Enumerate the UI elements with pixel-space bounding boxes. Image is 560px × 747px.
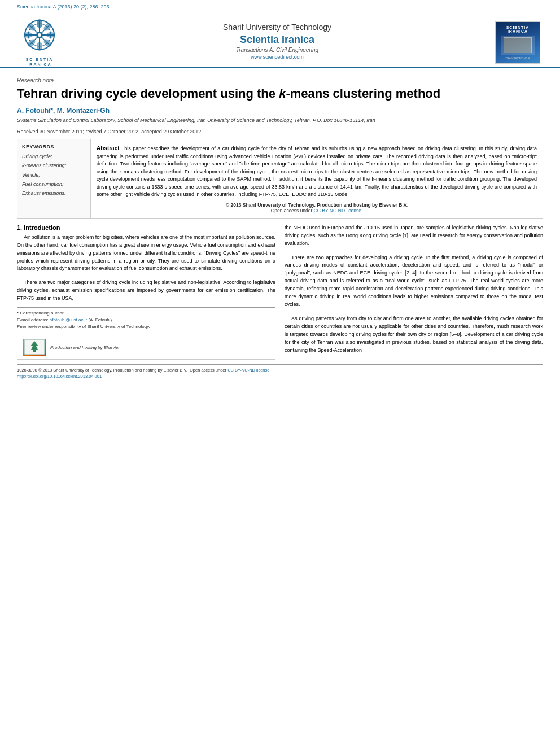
svg-point-14 — [24, 32, 33, 38]
bottom-cc-link[interactable]: CC BY-NC-ND license. — [228, 368, 270, 373]
section1-para2: There are two major categories of drivin… — [17, 279, 275, 303]
cover-text-line2: IRANICA — [501, 29, 535, 33]
article-type: Research note — [17, 77, 543, 84]
svg-point-7 — [38, 33, 41, 37]
bottom-bar-doi: http://dx.doi.org/10.1016/j.scient.2013.… — [17, 373, 543, 379]
journal-cover-image: SCIENTIA IRANICA TRANSACTIONS A — [492, 18, 543, 67]
elsevier-caption: Production and hosting by Elsevier — [50, 345, 120, 350]
elsevier-box: Production and hosting by Elsevier — [17, 335, 275, 360]
abstract-keywords-section: KEYWORDS Driving cycle; k-means clusteri… — [17, 139, 543, 219]
main-content: Research note Tehran driving cycle devel… — [0, 68, 560, 360]
abstract-title: Abstract — [97, 145, 120, 151]
bottom-bar-issn: 1026-3098 © 2013 Sharif University of Te… — [17, 367, 543, 373]
article-title-part2: -means clustering method — [286, 86, 440, 101]
logo-text-line1: SCIENTIA — [26, 58, 54, 62]
open-access-line: Open access under CC BY-NC-ND license. — [97, 208, 537, 213]
journal-logo: SCIENTIA IRANICA — [17, 18, 62, 67]
footnote-email-label: E-mail address: — [17, 317, 49, 322]
keyword-5: Exhaust emissions. — [22, 189, 86, 198]
keyword-2: k-means clustering; — [22, 161, 86, 170]
header-center: Sharif University of Technology Scientia… — [68, 18, 487, 67]
scientia-iranica-logo-svg — [20, 18, 59, 56]
keyword-1: Driving cycle; — [22, 152, 86, 161]
journal-name: Scientia Iranica — [68, 34, 487, 46]
university-name: Sharif University of Technology — [68, 23, 487, 32]
received-line: Received 30 November 2011; revised 7 Oct… — [17, 126, 543, 134]
logo-text-line2: IRANICA — [27, 63, 51, 67]
keywords-panel: KEYWORDS Driving cycle; k-means clusteri… — [18, 139, 91, 218]
footnote-email-name: (A. Fotouhi). — [88, 317, 113, 322]
abstract-panel: Abstract This paper describes the develo… — [91, 139, 542, 218]
section1-right-para1: the NEDC used in Europe and the J10-15 u… — [285, 224, 543, 248]
two-column-body: 1. Introduction Air pollution is a major… — [17, 224, 543, 360]
bottom-bar: 1026-3098 © 2013 Sharif University of Te… — [17, 364, 543, 381]
cover-text-bottom: TRANSACTIONS A — [501, 56, 535, 60]
keywords-title: KEYWORDS — [22, 144, 86, 150]
article-title: Tehran driving cycle development using t… — [17, 86, 543, 102]
journal-citation: Scientia Iranica A (2013) 20 (2), 286–29… — [17, 4, 110, 10]
right-column: the NEDC used in Europe and the J10-15 u… — [285, 224, 543, 360]
keywords-list: Driving cycle; k-means clustering; Vehic… — [22, 152, 86, 198]
journal-bar: Scientia Iranica A (2013) 20 (2), 286–29… — [0, 0, 560, 12]
authors: A. Fotouhi*, M. Montazeri-Gh — [17, 107, 543, 115]
cover-thumbnail: SCIENTIA IRANICA TRANSACTIONS A — [495, 21, 540, 64]
svg-point-12 — [37, 42, 42, 51]
footnote-email-address[interactable]: afotouhi@iust.ac.ir — [50, 317, 87, 322]
svg-point-10 — [46, 32, 55, 38]
affiliation: Systems Simulation and Control Laborator… — [17, 117, 543, 124]
article-title-italic: k — [279, 86, 286, 101]
header-area: SCIENTIA IRANICA Sharif University of Te… — [0, 12, 560, 68]
article-title-part1: Tehran driving cycle development using t… — [17, 86, 279, 101]
footnote-email: E-mail address: afotouhi@iust.ac.ir (A. … — [17, 317, 275, 324]
footnote-peer-review: Peer review under responsibility of Shar… — [17, 324, 275, 330]
journal-url: www.sciencedirect.com — [68, 54, 487, 60]
footnote-area: * Corresponding author. E-mail address: … — [17, 307, 275, 330]
section1-heading: 1. Introduction — [17, 224, 275, 231]
cover-text-line1: SCIENTIA — [501, 25, 535, 29]
transactions-text: Transactions A: Civil Engineering — [68, 47, 487, 53]
left-column: 1. Introduction Air pollution is a major… — [17, 224, 275, 360]
keyword-3: Vehicle; — [22, 171, 86, 180]
keyword-4: Fuel consumption; — [22, 180, 86, 189]
abstract-body: This paper describes the development of … — [97, 146, 537, 197]
svg-point-8 — [37, 19, 42, 28]
copyright-line: © 2013 Sharif University of Technology. … — [97, 202, 537, 208]
abstract-text: Abstract This paper describes the develo… — [97, 144, 537, 199]
elsevier-logo-svg — [24, 339, 45, 355]
elsevier-logo — [23, 339, 46, 356]
svg-rect-18 — [33, 350, 36, 352]
copyright-text: © 2013 Sharif University of Technology. … — [226, 202, 408, 208]
section1-right-para3: As driving patterns vary from city to ci… — [285, 315, 543, 355]
doi-link[interactable]: http://dx.doi.org/10.1016/j.scient.2013.… — [17, 374, 102, 379]
section1-para1: Air pollution is a major problem for big… — [17, 234, 275, 273]
cc-license-link[interactable]: CC BY-NC-ND license. — [314, 208, 363, 213]
section1-right-para2: There are two approaches for developing … — [285, 254, 543, 309]
page: Scientia Iranica A (2013) 20 (2), 286–29… — [0, 0, 560, 747]
footnote-corresponding: * Corresponding author. — [17, 310, 275, 317]
